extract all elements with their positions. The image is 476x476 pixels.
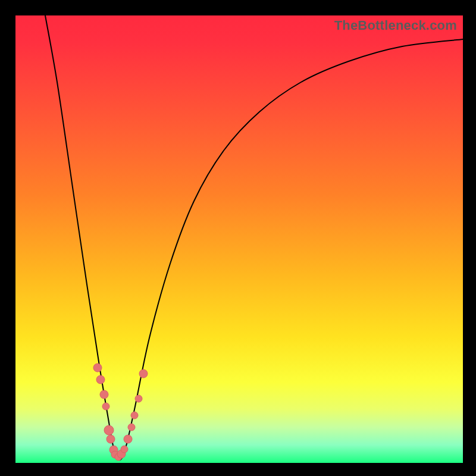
data-marker	[96, 375, 105, 384]
data-marker	[100, 390, 108, 399]
data-marker	[121, 446, 128, 453]
data-marker	[107, 435, 115, 443]
data-marker	[135, 395, 142, 402]
data-marker	[102, 403, 109, 410]
chart-frame: TheBottleneck.com	[0, 0, 476, 476]
data-marker	[124, 435, 132, 443]
marker-cluster-left	[93, 364, 118, 458]
data-marker	[131, 412, 138, 419]
data-marker	[93, 364, 102, 372]
data-marker	[128, 424, 135, 431]
marker-cluster-right	[115, 369, 148, 461]
data-marker	[104, 425, 114, 435]
plot-area: TheBottleneck.com	[15, 15, 463, 463]
data-marker	[139, 369, 148, 378]
curve-svg	[15, 15, 463, 463]
